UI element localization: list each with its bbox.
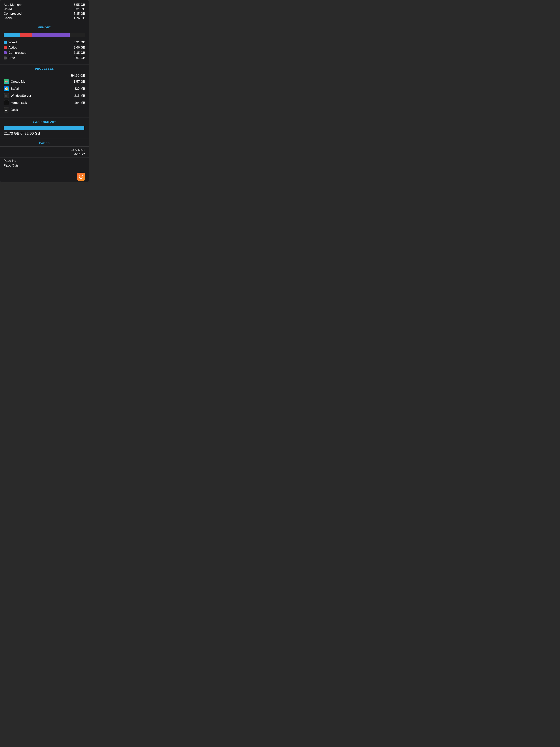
- process-icon-windowserver: ⬛: [4, 93, 9, 98]
- swap-bar-fill: [4, 126, 84, 130]
- legend-dot-free: [4, 56, 7, 59]
- wired-top-row: Wired 3.31 GB: [4, 7, 85, 11]
- pages-list: Page Ins Page Outs: [0, 157, 89, 171]
- legend-label-active: Active: [8, 46, 17, 49]
- cache-top-row: Cache 1.76 GB: [4, 16, 85, 20]
- process-row-kernel_task: ▪kernel_task164 MB: [4, 100, 85, 105]
- swap-bar-track: [4, 126, 85, 130]
- processes-total: 54.90 GB: [0, 72, 89, 78]
- process-icon-safari: 🧭: [4, 86, 9, 91]
- memory-section-header: MEMORY: [0, 23, 89, 31]
- top-stats-section: App Memory 3.55 GB Wired 3.31 GB Compres…: [0, 0, 89, 23]
- page-ins-label: Page Ins: [4, 159, 16, 163]
- pages-value-item: 16.0 MB/s: [71, 148, 85, 152]
- processes-list: 🧠Create ML1.57 GB🧭Safari820 MB⬛WindowSer…: [0, 78, 89, 118]
- legend-dot-compressed: [4, 51, 7, 54]
- legend-dot-active: [4, 46, 7, 49]
- swap-bar-container: [0, 125, 89, 130]
- process-icon-createml: 🧠: [4, 79, 9, 84]
- bar-segment-compressed: [32, 33, 70, 37]
- legend-row-active: Active2.66 GB: [4, 46, 85, 49]
- cache-top-value: 1.76 GB: [74, 16, 85, 20]
- process-row-dock: ▬Dock: [4, 107, 85, 112]
- app-memory-row: App Memory 3.55 GB: [4, 3, 85, 7]
- process-row-create-ml: 🧠Create ML1.57 GB: [4, 79, 85, 84]
- app-memory-value: 3.55 GB: [74, 3, 85, 7]
- processes-section-header: PROCESSES: [0, 65, 89, 72]
- process-value: 820 MB: [74, 87, 85, 91]
- bar-segment-free: [70, 33, 85, 37]
- legend-value-free: 2.67 GB: [74, 56, 85, 60]
- process-icon-dock: ▬: [4, 107, 9, 112]
- legend-dot-wired: [4, 41, 7, 44]
- speedtest-icon[interactable]: [77, 173, 85, 181]
- process-value: 164 MB: [74, 101, 85, 105]
- process-name: Create ML: [11, 80, 25, 83]
- app-icons-row: [0, 171, 89, 182]
- processes-total-value: 54.90 GB: [71, 74, 85, 78]
- wired-top-label: Wired: [4, 7, 12, 11]
- bar-segment-wired: [4, 33, 20, 37]
- app-memory-label: App Memory: [4, 3, 22, 7]
- process-value: 213 MB: [74, 94, 85, 98]
- legend-label-wired: Wired: [8, 41, 17, 44]
- pages-section-header: PAGES: [0, 139, 89, 147]
- legend-row-compressed: Compressed7.35 GB: [4, 51, 85, 55]
- swap-section-header: SWAP MEMORY: [0, 118, 89, 125]
- cache-top-label: Cache: [4, 16, 13, 20]
- pages-values: 16.0 MB/s32 KB/s: [0, 147, 89, 157]
- wired-top-value: 3.31 GB: [74, 7, 85, 11]
- page-outs-row: Page Outs: [4, 164, 85, 168]
- process-row-safari: 🧭Safari820 MB: [4, 86, 85, 91]
- compressed-top-row: Compressed 7.35 GB: [4, 12, 85, 16]
- process-row-windowserver: ⬛WindowServer213 MB: [4, 93, 85, 98]
- compressed-top-label: Compressed: [4, 12, 22, 16]
- compressed-top-value: 7.35 GB: [74, 12, 85, 16]
- legend-label-compressed: Compressed: [8, 51, 26, 55]
- memory-bar-container: [0, 31, 89, 39]
- bar-segment-active: [20, 33, 32, 37]
- process-name: Safari: [11, 87, 19, 91]
- process-name: WindowServer: [11, 94, 31, 98]
- page-outs-label: Page Outs: [4, 164, 19, 168]
- legend-row-wired: Wired3.31 GB: [4, 41, 85, 44]
- pages-value-item: 32 KB/s: [74, 152, 85, 156]
- swap-text: 21.70 GB of 22.00 GB: [0, 130, 89, 139]
- memory-bar: [4, 33, 85, 37]
- process-name: kernel_task: [11, 101, 27, 105]
- process-value: 1.57 GB: [74, 80, 85, 83]
- memory-legend: Wired3.31 GBActive2.66 GBCompressed7.35 …: [0, 39, 89, 65]
- legend-value-active: 2.66 GB: [74, 46, 85, 49]
- legend-row-free: Free2.67 GB: [4, 56, 85, 60]
- page-ins-row: Page Ins: [4, 159, 85, 163]
- process-name: Dock: [11, 108, 18, 112]
- activity-monitor-panel: App Memory 3.55 GB Wired 3.31 GB Compres…: [0, 0, 89, 182]
- legend-value-compressed: 7.35 GB: [74, 51, 85, 55]
- legend-value-wired: 3.31 GB: [74, 41, 85, 44]
- legend-label-free: Free: [8, 56, 15, 60]
- process-icon-kerneltask: ▪: [4, 100, 9, 105]
